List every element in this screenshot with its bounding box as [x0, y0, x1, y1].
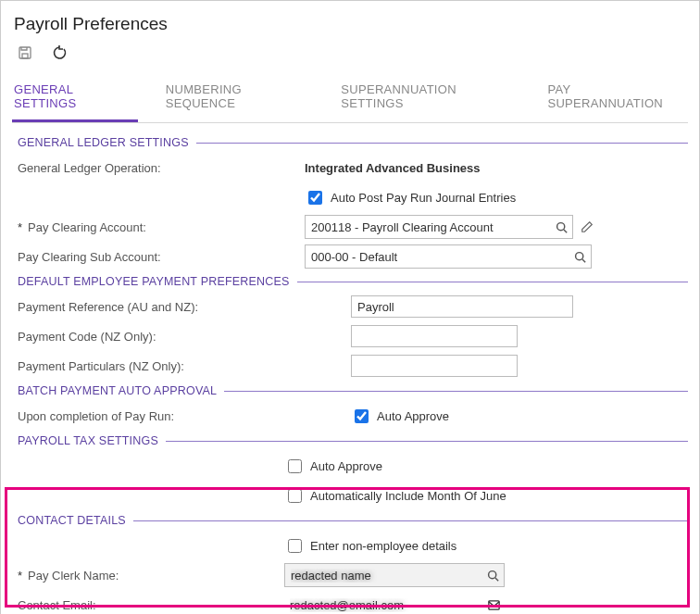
include-june-label: Automatically Include Month Of June [310, 489, 506, 503]
section-header-gl: GENERAL LEDGER SETTINGS [18, 136, 688, 149]
tabs: GENERAL SETTINGS NUMBERING SEQUENCE SUPE… [12, 69, 688, 123]
payment-code-label: Payment Code (NZ Only): [18, 330, 351, 344]
section-rule [133, 520, 688, 521]
tab-numbering-sequence[interactable]: NUMBERING SEQUENCE [164, 77, 314, 122]
svg-point-2 [556, 222, 564, 230]
enter-non-employee-checkbox[interactable] [288, 539, 302, 553]
toolbar [12, 42, 688, 69]
upon-completion-label: Upon completion of Pay Run: [18, 409, 351, 423]
svg-point-4 [488, 570, 495, 578]
include-june-checkbox[interactable] [288, 489, 302, 503]
section-rule [224, 391, 688, 392]
payment-particulars-label: Payment Particulars (NZ Only): [18, 359, 351, 373]
pay-clearing-account-field[interactable]: 200118 - Payroll Clearing Account [305, 215, 573, 239]
save-button[interactable] [16, 44, 34, 62]
section-header-batch: BATCH PAYMENT AUTO APPROVAL [18, 384, 688, 397]
pay-clearing-account-value: 200118 - Payroll Clearing Account [311, 220, 554, 234]
svg-rect-5 [488, 600, 498, 608]
section-title: GENERAL LEDGER SETTINGS [18, 136, 189, 149]
include-june-wrap[interactable]: Automatically Include Month Of June [284, 486, 506, 506]
tax-auto-approve-checkbox[interactable] [288, 459, 302, 473]
contact-email-label: Contact Email: [18, 598, 284, 612]
section-rule [297, 282, 688, 282]
pay-clearing-sub-value: 000-00 - Default [311, 250, 572, 264]
contact-email-value: redacted@email.com [290, 598, 486, 612]
search-icon[interactable] [485, 568, 500, 583]
section-header-defpay: DEFAULT EMPLOYEE PAYMENT PREFERENCES [18, 275, 688, 288]
pay-clearing-label: * Pay Clearing Account: [18, 220, 305, 234]
tax-auto-approve-label: Auto Approve [310, 459, 382, 473]
section-rule [196, 143, 688, 144]
batch-auto-approve-label: Auto Approve [377, 409, 449, 423]
gl-operation-label: General Ledger Operation: [18, 161, 305, 175]
section-title: CONTACT DETAILS [18, 514, 126, 527]
mail-icon[interactable] [486, 597, 501, 612]
svg-point-3 [575, 252, 582, 259]
batch-auto-approve-wrap[interactable]: Auto Approve [351, 407, 449, 426]
pay-clerk-name-value: redacted name [291, 569, 485, 583]
tab-general-settings[interactable]: GENERAL SETTINGS [12, 77, 138, 122]
save-icon [18, 45, 32, 60]
payment-particulars-input[interactable] [351, 355, 518, 377]
section-title: DEFAULT EMPLOYEE PAYMENT PREFERENCES [18, 275, 290, 288]
search-icon[interactable] [572, 249, 587, 264]
search-icon[interactable] [554, 219, 569, 234]
svg-rect-1 [22, 54, 28, 58]
tax-auto-approve-wrap[interactable]: Auto Approve [284, 457, 382, 476]
pay-clearing-sub-field[interactable]: 000-00 - Default [305, 244, 592, 269]
edit-pay-clearing-button[interactable] [579, 219, 595, 235]
form-area: GENERAL LEDGER SETTINGS General Ledger O… [12, 136, 688, 614]
revert-button[interactable] [51, 44, 69, 62]
auto-post-label: Auto Post Pay Run Journal Entries [331, 191, 516, 205]
page-title: Payroll Preferences [14, 14, 688, 34]
payment-reference-input[interactable] [351, 295, 573, 318]
section-rule [166, 441, 688, 442]
enter-non-employee-wrap[interactable]: Enter non-employee details [284, 536, 456, 556]
gl-operation-value: Integrated Advanced Business [305, 161, 481, 175]
tab-pay-superannuation[interactable]: PAY SUPERANNUATION [545, 77, 688, 122]
pay-clearing-sub-label: Pay Clearing Sub Account: [18, 250, 305, 264]
payroll-preferences-page: Payroll Preferences GENERAL SETTINGS NUM… [0, 0, 700, 614]
section-title: PAYROLL TAX SETTINGS [18, 434, 158, 447]
contact-email-field[interactable]: redacted@email.com [284, 593, 505, 614]
section-header-tax: PAYROLL TAX SETTINGS [18, 434, 688, 447]
section-header-contact: CONTACT DETAILS [18, 514, 688, 527]
payment-reference-label: Payment Reference (AU and NZ): [18, 300, 351, 314]
auto-post-checkbox-wrap[interactable]: Auto Post Pay Run Journal Entries [305, 188, 516, 207]
enter-non-employee-label: Enter non-employee details [310, 539, 456, 553]
required-marker: * [18, 220, 22, 234]
pencil-icon [581, 220, 594, 233]
section-title: BATCH PAYMENT AUTO APPROVAL [18, 384, 217, 397]
tab-superannuation-settings[interactable]: SUPERANNUATION SETTINGS [339, 77, 519, 122]
auto-post-checkbox[interactable] [308, 191, 322, 205]
batch-auto-approve-checkbox[interactable] [355, 409, 369, 423]
pay-clerk-label: * Pay Clerk Name: [18, 569, 284, 583]
pay-clerk-name-field[interactable]: redacted name [284, 563, 505, 587]
payment-code-input[interactable] [351, 325, 518, 347]
required-marker: * [18, 569, 22, 583]
undo-icon [52, 44, 69, 61]
